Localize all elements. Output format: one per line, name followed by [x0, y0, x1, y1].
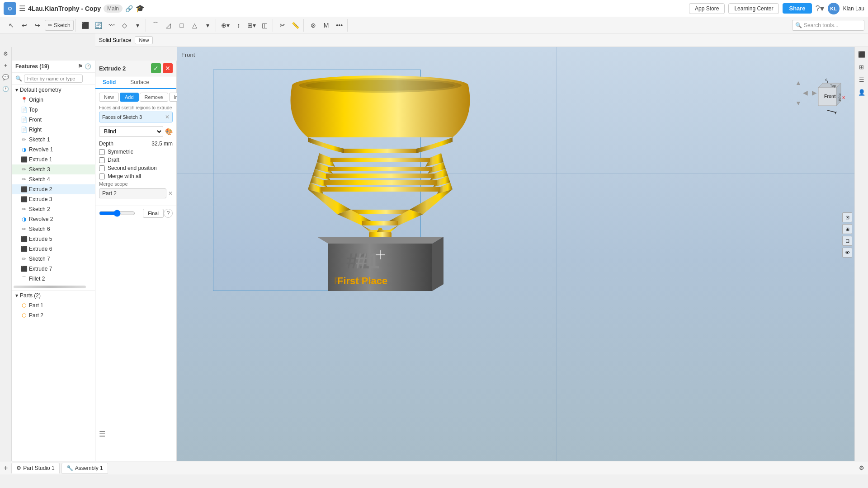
tree-item-extrude5[interactable]: ⬛ Extrude 5: [12, 234, 95, 244]
rp-icon-1[interactable]: ⬛: [856, 49, 867, 60]
help-question-icon[interactable]: ?: [164, 209, 173, 218]
symmetric-checkbox[interactable]: [99, 149, 105, 155]
second-end-checkbox[interactable]: [99, 165, 105, 171]
tree-item-sketch1[interactable]: ✏ Sketch 1: [12, 135, 95, 145]
nav-arrow-right[interactable]: ▶: [810, 89, 818, 97]
sidebar-filter-icon[interactable]: ⚑: [78, 63, 83, 70]
toolbar-select-btn[interactable]: ↖: [5, 19, 17, 31]
tree-item-sketch6[interactable]: ✏ Sketch 6: [12, 224, 95, 234]
rp-icon-4[interactable]: 👤: [856, 87, 867, 98]
tree-item-sketch4[interactable]: ✏ Sketch 4: [12, 174, 95, 184]
mass-btn[interactable]: M: [321, 19, 332, 31]
tree-item-sketch2[interactable]: ✏ Sketch 2: [12, 204, 95, 214]
toolbar-undo-btn[interactable]: ↩: [19, 19, 30, 31]
extrude-btn[interactable]: ⬛: [80, 19, 91, 31]
view-tool-1[interactable]: ⊡: [842, 212, 852, 222]
tree-item-extrude6[interactable]: ⬛ Extrude 6: [12, 244, 95, 254]
sidebar-filter-input[interactable]: [24, 75, 83, 83]
nav-arrow-up[interactable]: ▲: [794, 79, 802, 87]
tree-item-origin[interactable]: 📍 Origin: [12, 95, 95, 105]
transform-btn[interactable]: ↕: [233, 19, 245, 31]
rp-icon-2[interactable]: ⊞: [856, 61, 867, 72]
sketch-button[interactable]: ✏ Sketch: [45, 20, 74, 31]
view-section-btn[interactable]: ✂: [277, 19, 288, 31]
app-store-button[interactable]: App Store: [689, 3, 725, 14]
tree-item-extrude7[interactable]: ⬛ Extrude 7: [12, 264, 95, 274]
tab-part-studio[interactable]: ⚙ Part Studio 1: [11, 463, 59, 474]
tree-item-sketch3[interactable]: ✏ Sketch 3: [12, 164, 95, 174]
branch-label[interactable]: Main: [104, 5, 123, 13]
solid-surface-new-btn[interactable]: New: [135, 36, 153, 44]
more-modify-btn[interactable]: ▾: [202, 19, 214, 31]
tree-item-extrude2[interactable]: ⬛ Extrude 2: [12, 184, 95, 194]
boolean-btn[interactable]: ⊕▾: [220, 19, 231, 31]
measure-btn[interactable]: 📏: [290, 19, 302, 31]
add-tab-btn[interactable]: +: [4, 464, 8, 472]
confirm-button[interactable]: ✓: [151, 63, 161, 73]
tree-item-top[interactable]: 📄 Top: [12, 105, 95, 115]
search-tools-input[interactable]: 🔍 Search tools...: [792, 20, 864, 31]
sub-tab-add[interactable]: Add: [120, 93, 139, 102]
fillet-btn[interactable]: ⌒: [150, 19, 161, 31]
view-tool-3[interactable]: ⊟: [842, 236, 852, 246]
view-tool-4[interactable]: 👁: [842, 248, 852, 258]
left-icon-plus[interactable]: +: [1, 61, 11, 70]
list-icon[interactable]: ☰: [99, 430, 105, 438]
loft-btn[interactable]: ◇: [119, 19, 131, 31]
faces-selector[interactable]: Faces of Sketch 3 ✕: [99, 112, 173, 122]
chamfer-btn[interactable]: ◿: [163, 19, 175, 31]
cancel-button[interactable]: ✕: [163, 63, 173, 73]
viewport[interactable]: Front: [177, 47, 854, 461]
tree-item-extrude1[interactable]: ⬛ Extrude 1: [12, 155, 95, 164]
default-geometry-group[interactable]: ▾ Default geometry: [12, 85, 95, 95]
hamburger-menu[interactable]: ☰: [19, 4, 25, 13]
scope-clear-btn[interactable]: ✕: [168, 190, 173, 197]
tree-item-part1[interactable]: ⬡ Part 1: [12, 300, 95, 310]
sub-tab-remove[interactable]: Remove: [140, 93, 168, 102]
sub-tab-new[interactable]: New: [99, 93, 119, 102]
mate-btn[interactable]: ⊗: [307, 19, 319, 31]
pattern-btn[interactable]: ⊞▾: [246, 19, 258, 31]
help-icon[interactable]: ?▾: [816, 4, 824, 14]
nav-arrow-down[interactable]: ▼: [794, 99, 802, 107]
parts-group-header[interactable]: ▾ Parts (2): [12, 290, 95, 300]
paint-icon[interactable]: 🎨: [165, 128, 173, 135]
tree-item-part2[interactable]: ⬡ Part 2: [12, 310, 95, 320]
panel-slider[interactable]: [99, 210, 135, 217]
tab-surface[interactable]: Surface: [123, 76, 156, 89]
link-icon[interactable]: 🔗: [125, 5, 133, 12]
tree-item-sketch7[interactable]: ✏ Sketch 7: [12, 254, 95, 264]
toolbar-redo-btn[interactable]: ↪: [32, 19, 43, 31]
tree-item-revolve1[interactable]: ◑ Revolve 1: [12, 145, 95, 155]
left-icon-history[interactable]: 🕐: [1, 84, 11, 94]
method-select[interactable]: Blind Symmetric Through all: [99, 126, 163, 137]
final-button[interactable]: Final: [143, 209, 164, 218]
learning-center-button[interactable]: Learning Center: [728, 3, 779, 14]
tab-solid[interactable]: Solid: [95, 76, 123, 89]
learn-icon[interactable]: 🎓: [136, 4, 145, 13]
tree-item-revolve2[interactable]: ◑ Revolve 2: [12, 214, 95, 224]
left-icon-tools[interactable]: ⚙: [1, 49, 11, 59]
tree-item-extrude3[interactable]: ⬛ Extrude 3: [12, 194, 95, 204]
draft-btn[interactable]: △: [189, 19, 201, 31]
more-shapes-btn[interactable]: ▾: [132, 19, 144, 31]
left-icon-comment[interactable]: 💬: [1, 72, 11, 82]
sidebar-clock-icon[interactable]: 🕐: [85, 63, 91, 70]
faces-clear-btn[interactable]: ✕: [165, 114, 170, 120]
tree-item-fillet2[interactable]: ⌒ Fillet 2: [12, 274, 95, 284]
more-misc-btn[interactable]: •••: [334, 19, 345, 31]
tab-assembly[interactable]: 🔧 Assembly 1: [61, 463, 108, 474]
share-button[interactable]: Share: [783, 3, 811, 14]
sweep-btn[interactable]: 〰: [106, 19, 118, 31]
view-tool-2[interactable]: ⊞: [842, 224, 852, 234]
tree-item-front[interactable]: 📄 Front: [12, 115, 95, 125]
tree-item-right[interactable]: 📄 Right: [12, 125, 95, 135]
draft-checkbox[interactable]: [99, 157, 105, 163]
mirror-btn[interactable]: ◫: [259, 19, 271, 31]
shell-btn[interactable]: □: [176, 19, 188, 31]
nav-arrow-left[interactable]: ◀: [801, 89, 809, 97]
revolve-btn[interactable]: 🔄: [93, 19, 104, 31]
merge-all-checkbox[interactable]: [99, 174, 105, 179]
rp-icon-3[interactable]: ☰: [856, 74, 867, 85]
view-cube[interactable]: Front Top Right Z X Y: [809, 79, 845, 115]
